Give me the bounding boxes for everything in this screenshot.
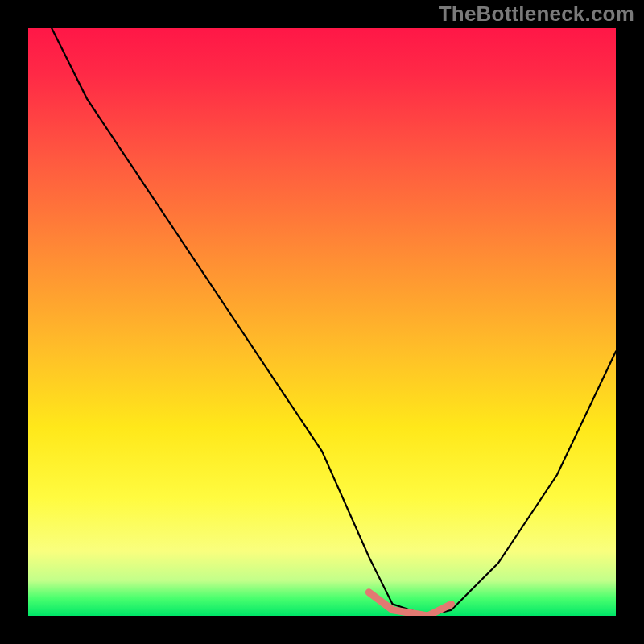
optimal-range-highlight	[369, 592, 451, 616]
chart-frame: TheBottleneck.com	[0, 0, 644, 644]
chart-svg	[28, 28, 616, 616]
plot-area	[28, 28, 616, 616]
bottleneck-curve	[52, 28, 616, 616]
watermark-label: TheBottleneck.com	[439, 2, 634, 27]
